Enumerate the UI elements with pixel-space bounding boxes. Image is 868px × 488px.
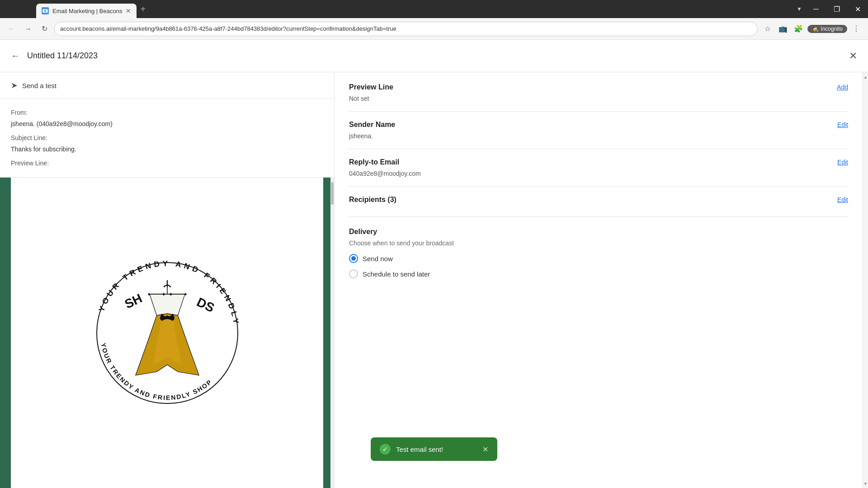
recipients-header: Recipients (3) Edit [349, 196, 848, 204]
recipients-edit-link[interactable]: Edit [837, 196, 848, 203]
preview-line-title: Preview Line [349, 83, 393, 91]
preview-line-section: Preview Line Add Not set [349, 83, 848, 112]
recipients-title: Recipients (3) [349, 196, 396, 204]
delivery-title: Delivery [349, 228, 848, 236]
from-label: From: [11, 109, 28, 116]
back-button[interactable]: ← [11, 51, 20, 61]
bookmark-icon[interactable]: ☆ [761, 23, 774, 35]
delivery-description: Choose when to send your broadcast [349, 239, 848, 247]
toast-message: Test email sent! [396, 446, 477, 453]
browser-window-bar: 📧 Email Marketing | Beacons ✕ + ▼ ─ ❐ ✕ [0, 0, 868, 18]
preview-line-header: Preview Line Add [349, 83, 848, 91]
toast-close-button[interactable]: ✕ [482, 445, 488, 454]
minimize-button[interactable]: ─ [806, 2, 826, 16]
preview-main: YOUR TRENDY AND FRIENDLY SHOP YOUR TREND… [11, 178, 323, 488]
preview-left-bar [0, 178, 11, 488]
schedule-label: Schedule to send later [363, 270, 430, 278]
address-bar[interactable]: account.beacons.ai/email-marketing/9a4b8… [54, 22, 758, 36]
svg-marker-5 [184, 293, 187, 296]
reply-to-edit-link[interactable]: Edit [837, 159, 848, 166]
right-panel: Preview Line Add Not set Sender Name Edi… [335, 72, 863, 488]
tab-favicon: 📧 [42, 7, 49, 14]
from-value: jsheena. (040a92e8@moodjoy.com) [11, 120, 113, 127]
restore-button[interactable]: ❐ [826, 2, 847, 16]
email-preview-inner: YOUR TRENDY AND FRIENDLY SHOP YOUR TREND… [0, 178, 334, 488]
svg-text:DS: DS [194, 295, 216, 315]
sender-name-title: Sender Name [349, 121, 395, 129]
send-now-label: Send now [363, 255, 393, 263]
browser-toolbar: ← → ↻ account.beacons.ai/email-marketing… [0, 18, 868, 40]
reply-to-value: 040a92e8@moodjoy.com [349, 170, 848, 177]
subject-label: Subject Line: [11, 134, 47, 141]
tab-dropdown[interactable]: ▼ [793, 0, 806, 18]
preview-line-add-link[interactable]: Add [837, 84, 848, 91]
new-tab-button[interactable]: + [137, 4, 149, 14]
email-preview: YOUR TRENDY AND FRIENDLY SHOP YOUR TREND… [0, 178, 334, 488]
from-value-row: jsheena. (040a92e8@moodjoy.com) [11, 119, 323, 129]
svg-marker-4 [148, 293, 150, 296]
send-now-radio-dot [351, 256, 356, 261]
toast-success-icon: ✓ [380, 444, 391, 455]
sender-name-header: Sender Name Edit [349, 121, 848, 129]
window-controls: ─ ❐ ✕ [806, 0, 868, 18]
subject-label-row: Subject Line: [11, 133, 323, 143]
scroll-down-arrow[interactable]: ▼ [863, 479, 868, 488]
cast-icon[interactable]: 📺 [777, 23, 789, 35]
active-browser-tab[interactable]: 📧 Email Marketing | Beacons ✕ [36, 4, 137, 18]
back-nav-button[interactable]: ← [5, 23, 18, 35]
send-test-text: Send a test [22, 82, 57, 89]
incognito-label: Incognito [821, 26, 843, 32]
left-panel: ➤ Send a test From: jsheena. (040a92e8@m… [0, 72, 335, 488]
app-wrapper: ← Untitled 11/14/2023 ✕ ➤ Send a test Fr… [0, 40, 868, 488]
sender-name-value: jsheena. [349, 132, 848, 140]
subject-value: Thanks for subscribing. [11, 145, 76, 153]
brand-logo-svg: YOUR TRENDY AND FRIENDLY SHOP YOUR TREND… [59, 245, 276, 421]
svg-text:SH: SH [122, 291, 144, 311]
reply-to-section: Reply-to Email Edit 040a92e8@moodjoy.com [349, 158, 848, 187]
extensions-icon[interactable]: 🧩 [792, 23, 805, 35]
delivery-section: Delivery Choose when to send your broadc… [349, 226, 848, 278]
incognito-hat-icon: 🕵 [812, 26, 819, 32]
email-meta-section: From: jsheena. (040a92e8@moodjoy.com) Su… [0, 99, 334, 178]
schedule-radio[interactable] [349, 269, 358, 278]
incognito-indicator: 🕵 Incognito [807, 25, 847, 33]
toast-notification: ✓ Test email sent! ✕ [371, 437, 497, 461]
subject-value-row: Thanks for subscribing. [11, 145, 323, 154]
sender-name-section: Sender Name Edit jsheena. [349, 121, 848, 149]
send-now-option[interactable]: Send now [349, 254, 848, 263]
send-test-icon: ➤ [11, 80, 18, 90]
send-now-radio[interactable] [349, 254, 358, 263]
tab-title: Email Marketing | Beacons [52, 8, 122, 14]
from-row: From: [11, 108, 323, 117]
main-content: ➤ Send a test From: jsheena. (040a92e8@m… [0, 72, 868, 488]
reply-to-title: Reply-to Email [349, 158, 399, 166]
toolbar-actions: ☆ 📺 🧩 🕵 Incognito ⋮ [761, 23, 863, 35]
menu-button[interactable]: ⋮ [850, 23, 863, 35]
reply-to-header: Reply-to Email Edit [349, 158, 848, 166]
email-preview-container: YOUR TRENDY AND FRIENDLY SHOP YOUR TREND… [0, 178, 334, 488]
right-panel-scrollbar[interactable]: ▲ ▼ [863, 72, 868, 488]
sender-name-edit-link[interactable]: Edit [837, 121, 848, 128]
schedule-option[interactable]: Schedule to send later [349, 269, 848, 278]
scroll-up-arrow[interactable]: ▲ [863, 72, 868, 81]
browser-tabs-area: 📧 Email Marketing | Beacons ✕ + [0, 0, 793, 18]
preview-label-row: Preview Line: [11, 159, 323, 168]
window-close-button[interactable]: ✕ [847, 2, 868, 16]
url-text: account.beacons.ai/email-marketing/9a4b8… [60, 25, 396, 32]
right-panel-inner: Preview Line Add Not set Sender Name Edi… [335, 72, 863, 296]
app-header: ← Untitled 11/14/2023 ✕ [0, 40, 868, 72]
preview-line-value: Not set [349, 95, 848, 102]
reload-button[interactable]: ↻ [38, 23, 51, 35]
preview-scrollbar[interactable] [330, 178, 334, 488]
page-title: Untitled 11/14/2023 [27, 51, 849, 61]
recipients-section: Recipients (3) Edit [349, 196, 848, 217]
send-test-bar[interactable]: ➤ Send a test [0, 72, 334, 99]
right-panel-wrapper: Preview Line Add Not set Sender Name Edi… [335, 72, 868, 488]
preview-label: Preview Line: [11, 160, 49, 167]
forward-nav-button[interactable]: → [22, 23, 34, 35]
close-button[interactable]: ✕ [849, 50, 857, 62]
tab-close-icon[interactable]: ✕ [126, 7, 131, 14]
